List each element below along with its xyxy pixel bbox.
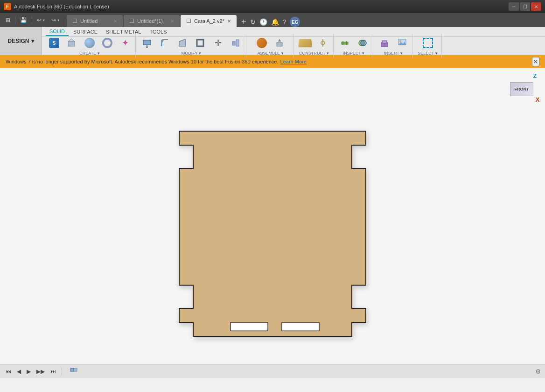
svg-rect-13 — [342, 42, 348, 44]
move-copy-button[interactable] — [271, 35, 288, 51]
axis-button[interactable] — [314, 35, 331, 51]
press-pull-button[interactable] — [139, 35, 155, 51]
app-menu-button[interactable]: ⊞ — [4, 16, 12, 24]
extrude-icon — [67, 38, 77, 48]
close-button[interactable]: ✕ — [531, 2, 541, 11]
torus-button[interactable] — [99, 35, 116, 51]
torus-icon — [102, 38, 112, 48]
redo-arrow-icon: ▾ — [57, 18, 59, 22]
tab-close-1[interactable]: ✕ — [113, 19, 117, 24]
timeline-play-button[interactable]: ▶ — [25, 367, 33, 376]
inspect-group: INSPECT — [335, 34, 373, 57]
create-buttons: S ✦ — [46, 35, 133, 51]
help-button[interactable]: ? — [283, 18, 286, 26]
save-button[interactable]: 💾 — [18, 16, 29, 24]
modify-label: MODIFY — [182, 51, 201, 56]
design-dropdown[interactable]: DESIGN ▾ — [0, 27, 42, 55]
timeline-settings-button[interactable]: ⚙ — [535, 368, 541, 375]
move-button[interactable]: ✛ — [210, 35, 226, 51]
tab-label-1: Untitled — [80, 18, 98, 24]
tab-close-2[interactable]: ✕ — [170, 19, 174, 24]
plane-button[interactable] — [297, 35, 314, 51]
select-icon — [423, 38, 433, 48]
history-button[interactable]: 🕐 — [259, 18, 267, 26]
canvas-button[interactable] — [394, 35, 411, 51]
modify-group: ✛ MODIFY — [137, 34, 246, 57]
tab-untitled[interactable]: ☐ Untitled ✕ — [67, 15, 123, 27]
window-controls: ─ ❐ ✕ — [509, 2, 541, 11]
restore-button[interactable]: ❐ — [520, 2, 530, 11]
move-icon: ✛ — [215, 38, 222, 48]
create-sketch-button[interactable]: S — [46, 35, 63, 51]
svg-rect-25 — [70, 368, 74, 371]
fillet-icon — [160, 38, 170, 48]
insert-mesh-button[interactable] — [376, 35, 393, 51]
3d-shape — [170, 122, 375, 347]
joint-button[interactable] — [253, 35, 270, 51]
svg-rect-26 — [74, 368, 77, 371]
tab-untitled-1[interactable]: ☐ Untitled*(1) ✕ — [124, 15, 180, 27]
toolbar-separator-2 — [32, 16, 32, 24]
notification-close-button[interactable]: ✕ — [532, 57, 539, 66]
new-tab-button[interactable]: + — [241, 17, 246, 27]
timeline-end-button[interactable]: ⏭ — [49, 367, 58, 376]
timeline-start-button[interactable]: ⏮ — [4, 367, 13, 376]
press-pull-icon — [142, 38, 152, 48]
pattern-icon: ✦ — [122, 38, 129, 48]
undo-button[interactable]: ↩ ▾ — [35, 16, 47, 24]
design-label: DESIGN — [7, 38, 29, 44]
measure-button[interactable] — [336, 35, 353, 51]
redo-button[interactable]: ↪ ▾ — [49, 16, 61, 24]
timeline-separator — [62, 367, 62, 376]
tab-cara-a2[interactable]: ☐ Cara A_2 v2* ✕ — [181, 15, 237, 27]
cube-front-face[interactable]: FRONT — [510, 82, 533, 96]
svg-marker-5 — [179, 40, 186, 46]
tab-icon-3: ☐ — [186, 18, 191, 24]
learn-more-link[interactable]: Learn More — [280, 59, 307, 64]
select-group: SELECT — [414, 34, 442, 57]
timeline-prev-button[interactable]: ◀ — [15, 367, 23, 376]
axis-icon — [318, 38, 328, 48]
undo-icon: ↩ — [37, 17, 42, 23]
toolbar-separator — [15, 16, 15, 24]
interference-button[interactable] — [354, 35, 371, 51]
canvas-icon — [397, 38, 407, 48]
revolve-button[interactable] — [81, 35, 98, 51]
user-avatar[interactable]: EG — [290, 17, 300, 27]
timeline-next-button[interactable]: ▶▶ — [35, 367, 47, 376]
svg-rect-23 — [231, 322, 268, 331]
assemble-label: ASSEMBLE — [257, 51, 283, 56]
select-button[interactable] — [419, 35, 436, 51]
align-icon — [231, 38, 241, 48]
refresh-button[interactable]: ↻ — [250, 18, 256, 26]
construct-group: CONSTRUCT — [295, 34, 334, 57]
create-label: CREATE — [79, 51, 99, 56]
quick-access-toolbar: ⊞ 💾 ↩ ▾ ↪ ▾ — [0, 13, 65, 27]
extrude-button[interactable] — [63, 35, 80, 51]
view-cube[interactable]: Z FRONT X — [508, 73, 540, 105]
revolve-icon — [84, 38, 95, 48]
inspect-label: INSPECT — [343, 51, 364, 56]
tab-close-3[interactable]: ✕ — [227, 19, 231, 24]
fillet-button[interactable] — [156, 35, 173, 51]
align-button[interactable] — [227, 35, 244, 51]
tab-label-2: Untitled*(1) — [137, 18, 163, 24]
insert-buttons — [376, 35, 411, 51]
chamfer-button[interactable] — [174, 35, 191, 51]
main-viewport: Z FRONT X ⏮ ◀ ▶ ▶▶ ⏭ ⚙ — [0, 68, 545, 378]
select-buttons — [419, 35, 436, 51]
joint-icon — [257, 38, 267, 48]
design-arrow-icon: ▾ — [31, 38, 34, 44]
svg-rect-19 — [382, 41, 387, 43]
shell-button[interactable] — [192, 35, 209, 51]
inspect-buttons — [336, 35, 371, 51]
notifications-button[interactable]: 🔔 — [271, 18, 279, 26]
minimize-button[interactable]: ─ — [509, 2, 519, 11]
svg-rect-0 — [68, 42, 75, 46]
notification-text: Windows 7 is no longer supported by Micr… — [6, 59, 279, 64]
timeline-bar: ⏮ ◀ ▶ ▶▶ ⏭ ⚙ — [0, 364, 545, 378]
svg-marker-4 — [146, 47, 148, 48]
pattern-button[interactable]: ✦ — [117, 35, 133, 51]
assemble-buttons — [253, 35, 288, 51]
cube-container[interactable]: FRONT — [508, 73, 536, 101]
